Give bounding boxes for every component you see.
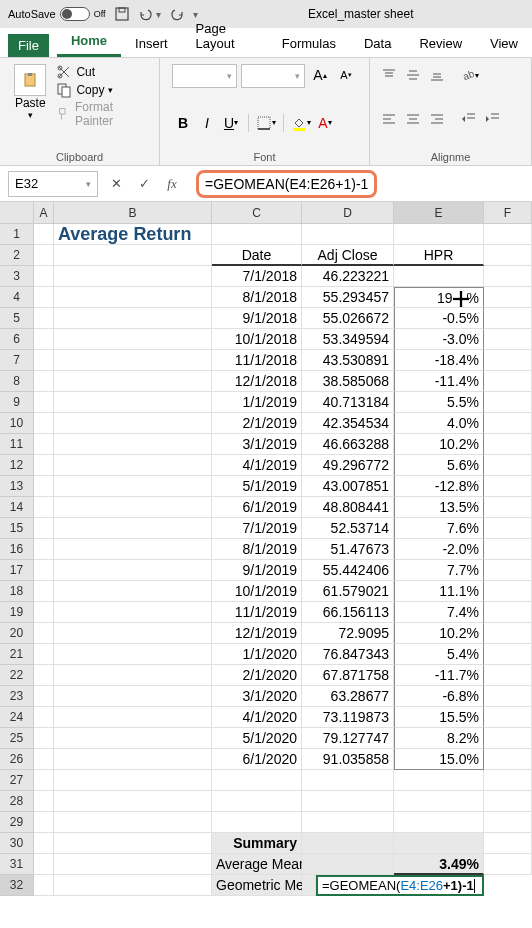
cell-hpr[interactable]: 15.0%	[394, 749, 484, 770]
cell-close[interactable]: 49.296772	[302, 455, 394, 476]
col-hpr-header[interactable]: HPR	[394, 245, 484, 266]
cell-date[interactable]: 6/1/2020	[212, 749, 302, 770]
cell-close[interactable]: 55.293457	[302, 287, 394, 308]
cell-hpr[interactable]	[394, 266, 484, 287]
cell-date[interactable]: 11/1/2018	[212, 350, 302, 371]
row-header-12[interactable]: 12	[0, 455, 34, 476]
cell-close[interactable]: 38.585068	[302, 371, 394, 392]
font-family-selector[interactable]: ▾	[172, 64, 237, 88]
tab-formulas[interactable]: Formulas	[268, 30, 350, 57]
align-top-icon[interactable]	[378, 64, 400, 86]
col-header-B[interactable]: B	[54, 202, 212, 224]
cell-C[interactable]	[212, 791, 302, 812]
name-box[interactable]: E32 ▾	[8, 171, 98, 197]
autosave-toggle[interactable]: AutoSave Off	[8, 7, 106, 21]
cell-D[interactable]	[302, 224, 394, 245]
copy-button[interactable]: Copy ▾	[56, 82, 147, 98]
cell-D[interactable]	[302, 812, 394, 833]
cell-date[interactable]: 3/1/2020	[212, 686, 302, 707]
cell-close[interactable]: 48.808441	[302, 497, 394, 518]
cell-date[interactable]: 12/1/2019	[212, 623, 302, 644]
cell-A[interactable]	[34, 581, 54, 602]
row-header-18[interactable]: 18	[0, 581, 34, 602]
cell-B[interactable]	[54, 749, 212, 770]
cell-close[interactable]: 67.871758	[302, 665, 394, 686]
cell-F[interactable]	[484, 455, 532, 476]
cell-B[interactable]	[54, 287, 212, 308]
cell-E[interactable]	[394, 770, 484, 791]
cell-date[interactable]: 5/1/2020	[212, 728, 302, 749]
cell-D[interactable]	[302, 833, 394, 854]
cell-A[interactable]	[34, 728, 54, 749]
row-header-32[interactable]: 32	[0, 875, 34, 896]
cell-date[interactable]: 10/1/2018	[212, 329, 302, 350]
underline-button[interactable]: U▾	[220, 112, 242, 134]
cell-B[interactable]	[54, 518, 212, 539]
cell-date[interactable]: 4/1/2019	[212, 455, 302, 476]
cell-A[interactable]	[34, 812, 54, 833]
increase-font-icon[interactable]: A▴	[309, 64, 331, 86]
cell-E[interactable]	[394, 812, 484, 833]
cell-B[interactable]	[54, 665, 212, 686]
cell-F[interactable]	[484, 518, 532, 539]
cell-date[interactable]: 2/1/2020	[212, 665, 302, 686]
cell-F[interactable]	[484, 476, 532, 497]
cell-close[interactable]: 53.349594	[302, 329, 394, 350]
row-header-9[interactable]: 9	[0, 392, 34, 413]
row-header-27[interactable]: 27	[0, 770, 34, 791]
row-header-20[interactable]: 20	[0, 623, 34, 644]
cell-close[interactable]: 66.156113	[302, 602, 394, 623]
cell-date[interactable]: 10/1/2019	[212, 581, 302, 602]
undo-icon[interactable]	[138, 6, 154, 22]
cell-B[interactable]	[54, 434, 212, 455]
cell-date[interactable]: 1/1/2019	[212, 392, 302, 413]
cell-F[interactable]	[484, 266, 532, 287]
cell-hpr[interactable]: 7.4%	[394, 602, 484, 623]
align-left-icon[interactable]	[378, 108, 400, 130]
cell-B[interactable]	[54, 581, 212, 602]
row-header-21[interactable]: 21	[0, 644, 34, 665]
cell-close[interactable]: 40.713184	[302, 392, 394, 413]
cell-B[interactable]	[54, 770, 212, 791]
cell-close[interactable]: 46.663288	[302, 434, 394, 455]
summary-title[interactable]: Summary	[212, 833, 302, 854]
cell-date[interactable]: 9/1/2018	[212, 308, 302, 329]
row-header-11[interactable]: 11	[0, 434, 34, 455]
align-bottom-icon[interactable]	[426, 64, 448, 86]
cell-B[interactable]	[54, 875, 212, 896]
cell-A[interactable]	[34, 602, 54, 623]
cell-B[interactable]	[54, 329, 212, 350]
avg-mean-label[interactable]: Average Mean Return	[212, 854, 302, 875]
cell-F[interactable]	[484, 350, 532, 371]
cell-A[interactable]	[34, 224, 54, 245]
toggle-switch[interactable]	[60, 7, 90, 21]
col-header-A[interactable]: A	[34, 202, 54, 224]
cell-hpr[interactable]: 5.5%	[394, 392, 484, 413]
tab-data[interactable]: Data	[350, 30, 405, 57]
cell-A[interactable]	[34, 791, 54, 812]
cell-D[interactable]	[302, 854, 394, 875]
format-painter-button[interactable]: Format Painter	[56, 100, 147, 128]
cell-F[interactable]	[484, 392, 532, 413]
cell-A[interactable]	[34, 329, 54, 350]
cell-F[interactable]	[484, 308, 532, 329]
cell-B[interactable]	[54, 392, 212, 413]
cell-B[interactable]	[54, 539, 212, 560]
col-date-header[interactable]: Date	[212, 245, 302, 266]
cell-close[interactable]: 46.223221	[302, 266, 394, 287]
cell-B[interactable]	[54, 623, 212, 644]
cell-hpr[interactable]: 13.5%	[394, 497, 484, 518]
cell-A[interactable]	[34, 371, 54, 392]
cell-A[interactable]	[34, 287, 54, 308]
cell-close[interactable]: 51.47673	[302, 539, 394, 560]
page-title[interactable]: Average Return	[54, 224, 212, 245]
align-right-icon[interactable]	[426, 108, 448, 130]
cell-F[interactable]	[484, 791, 532, 812]
cell-close[interactable]: 72.9095	[302, 623, 394, 644]
cell-date[interactable]: 6/1/2019	[212, 497, 302, 518]
cell-D[interactable]	[302, 875, 316, 896]
decrease-font-icon[interactable]: A▾	[335, 64, 357, 86]
cell-A[interactable]	[34, 707, 54, 728]
cell-close[interactable]: 43.530891	[302, 350, 394, 371]
cell-hpr[interactable]: 8.2%	[394, 728, 484, 749]
